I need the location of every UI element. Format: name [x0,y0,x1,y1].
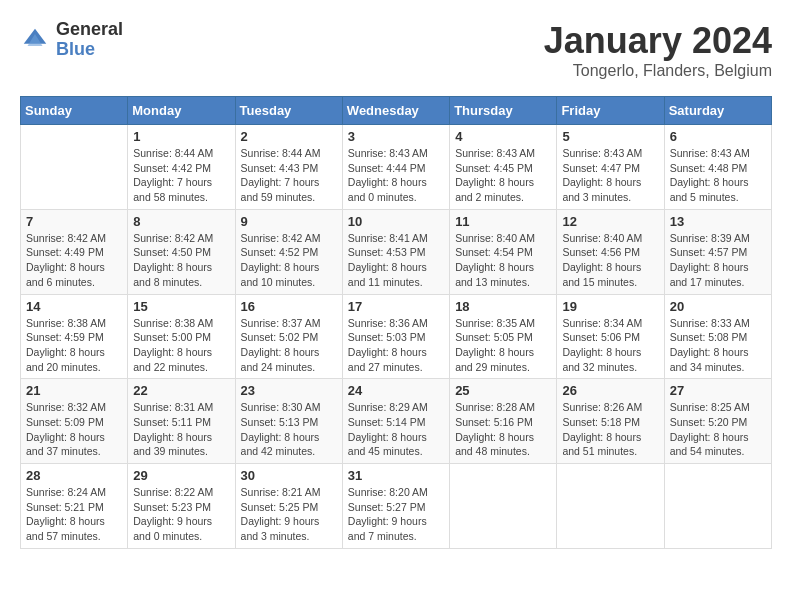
calendar-cell: 6Sunrise: 8:43 AM Sunset: 4:48 PM Daylig… [664,125,771,210]
calendar-week-row: 1Sunrise: 8:44 AM Sunset: 4:42 PM Daylig… [21,125,772,210]
day-info: Sunrise: 8:21 AM Sunset: 5:25 PM Dayligh… [241,485,337,544]
logo-blue-text: Blue [56,40,123,60]
day-number: 1 [133,129,229,144]
location: Tongerlo, Flanders, Belgium [544,62,772,80]
day-info: Sunrise: 8:39 AM Sunset: 4:57 PM Dayligh… [670,231,766,290]
day-number: 8 [133,214,229,229]
day-number: 14 [26,299,122,314]
day-info: Sunrise: 8:30 AM Sunset: 5:13 PM Dayligh… [241,400,337,459]
calendar-week-row: 7Sunrise: 8:42 AM Sunset: 4:49 PM Daylig… [21,209,772,294]
day-info: Sunrise: 8:28 AM Sunset: 5:16 PM Dayligh… [455,400,551,459]
day-of-week-header: Saturday [664,97,771,125]
day-info: Sunrise: 8:40 AM Sunset: 4:56 PM Dayligh… [562,231,658,290]
day-number: 27 [670,383,766,398]
day-info: Sunrise: 8:40 AM Sunset: 4:54 PM Dayligh… [455,231,551,290]
day-info: Sunrise: 8:33 AM Sunset: 5:08 PM Dayligh… [670,316,766,375]
day-info: Sunrise: 8:20 AM Sunset: 5:27 PM Dayligh… [348,485,444,544]
calendar-cell [664,464,771,549]
day-number: 3 [348,129,444,144]
day-number: 20 [670,299,766,314]
calendar-week-row: 21Sunrise: 8:32 AM Sunset: 5:09 PM Dayli… [21,379,772,464]
logo-text: General Blue [56,20,123,60]
day-info: Sunrise: 8:38 AM Sunset: 5:00 PM Dayligh… [133,316,229,375]
day-number: 17 [348,299,444,314]
calendar-cell [557,464,664,549]
day-number: 24 [348,383,444,398]
calendar-cell: 15Sunrise: 8:38 AM Sunset: 5:00 PM Dayli… [128,294,235,379]
calendar-cell: 21Sunrise: 8:32 AM Sunset: 5:09 PM Dayli… [21,379,128,464]
day-of-week-header: Wednesday [342,97,449,125]
calendar-cell: 19Sunrise: 8:34 AM Sunset: 5:06 PM Dayli… [557,294,664,379]
day-number: 30 [241,468,337,483]
logo-general-text: General [56,20,123,40]
day-info: Sunrise: 8:44 AM Sunset: 4:42 PM Dayligh… [133,146,229,205]
day-number: 28 [26,468,122,483]
calendar-cell: 29Sunrise: 8:22 AM Sunset: 5:23 PM Dayli… [128,464,235,549]
day-info: Sunrise: 8:42 AM Sunset: 4:52 PM Dayligh… [241,231,337,290]
day-number: 10 [348,214,444,229]
calendar-cell: 18Sunrise: 8:35 AM Sunset: 5:05 PM Dayli… [450,294,557,379]
day-info: Sunrise: 8:38 AM Sunset: 4:59 PM Dayligh… [26,316,122,375]
day-number: 25 [455,383,551,398]
day-info: Sunrise: 8:42 AM Sunset: 4:50 PM Dayligh… [133,231,229,290]
month-title: January 2024 [544,20,772,62]
calendar-cell: 13Sunrise: 8:39 AM Sunset: 4:57 PM Dayli… [664,209,771,294]
day-number: 29 [133,468,229,483]
page-header: General Blue January 2024 Tongerlo, Flan… [20,20,772,80]
day-number: 7 [26,214,122,229]
day-info: Sunrise: 8:43 AM Sunset: 4:45 PM Dayligh… [455,146,551,205]
calendar-cell: 24Sunrise: 8:29 AM Sunset: 5:14 PM Dayli… [342,379,449,464]
day-info: Sunrise: 8:24 AM Sunset: 5:21 PM Dayligh… [26,485,122,544]
logo: General Blue [20,20,123,60]
day-of-week-header: Friday [557,97,664,125]
day-of-week-header: Sunday [21,97,128,125]
calendar-cell: 23Sunrise: 8:30 AM Sunset: 5:13 PM Dayli… [235,379,342,464]
calendar-cell: 1Sunrise: 8:44 AM Sunset: 4:42 PM Daylig… [128,125,235,210]
calendar-header-row: SundayMondayTuesdayWednesdayThursdayFrid… [21,97,772,125]
day-number: 12 [562,214,658,229]
calendar-cell [21,125,128,210]
day-number: 26 [562,383,658,398]
day-info: Sunrise: 8:31 AM Sunset: 5:11 PM Dayligh… [133,400,229,459]
day-of-week-header: Tuesday [235,97,342,125]
day-info: Sunrise: 8:35 AM Sunset: 5:05 PM Dayligh… [455,316,551,375]
day-number: 6 [670,129,766,144]
day-info: Sunrise: 8:37 AM Sunset: 5:02 PM Dayligh… [241,316,337,375]
calendar-cell: 7Sunrise: 8:42 AM Sunset: 4:49 PM Daylig… [21,209,128,294]
day-info: Sunrise: 8:43 AM Sunset: 4:48 PM Dayligh… [670,146,766,205]
day-info: Sunrise: 8:22 AM Sunset: 5:23 PM Dayligh… [133,485,229,544]
calendar-cell: 11Sunrise: 8:40 AM Sunset: 4:54 PM Dayli… [450,209,557,294]
logo-icon [20,25,50,55]
day-number: 18 [455,299,551,314]
day-number: 31 [348,468,444,483]
calendar-table: SundayMondayTuesdayWednesdayThursdayFrid… [20,96,772,549]
calendar-cell: 25Sunrise: 8:28 AM Sunset: 5:16 PM Dayli… [450,379,557,464]
calendar-cell: 22Sunrise: 8:31 AM Sunset: 5:11 PM Dayli… [128,379,235,464]
day-of-week-header: Monday [128,97,235,125]
calendar-cell: 20Sunrise: 8:33 AM Sunset: 5:08 PM Dayli… [664,294,771,379]
day-number: 21 [26,383,122,398]
day-info: Sunrise: 8:34 AM Sunset: 5:06 PM Dayligh… [562,316,658,375]
day-number: 4 [455,129,551,144]
day-info: Sunrise: 8:32 AM Sunset: 5:09 PM Dayligh… [26,400,122,459]
day-number: 16 [241,299,337,314]
calendar-cell: 5Sunrise: 8:43 AM Sunset: 4:47 PM Daylig… [557,125,664,210]
calendar-cell: 3Sunrise: 8:43 AM Sunset: 4:44 PM Daylig… [342,125,449,210]
calendar-cell: 10Sunrise: 8:41 AM Sunset: 4:53 PM Dayli… [342,209,449,294]
calendar-cell [450,464,557,549]
day-number: 2 [241,129,337,144]
calendar-cell: 12Sunrise: 8:40 AM Sunset: 4:56 PM Dayli… [557,209,664,294]
day-number: 22 [133,383,229,398]
calendar-cell: 26Sunrise: 8:26 AM Sunset: 5:18 PM Dayli… [557,379,664,464]
day-info: Sunrise: 8:36 AM Sunset: 5:03 PM Dayligh… [348,316,444,375]
day-number: 9 [241,214,337,229]
calendar-cell: 27Sunrise: 8:25 AM Sunset: 5:20 PM Dayli… [664,379,771,464]
calendar-cell: 2Sunrise: 8:44 AM Sunset: 4:43 PM Daylig… [235,125,342,210]
day-info: Sunrise: 8:42 AM Sunset: 4:49 PM Dayligh… [26,231,122,290]
day-number: 11 [455,214,551,229]
calendar-cell: 31Sunrise: 8:20 AM Sunset: 5:27 PM Dayli… [342,464,449,549]
day-number: 19 [562,299,658,314]
day-info: Sunrise: 8:43 AM Sunset: 4:44 PM Dayligh… [348,146,444,205]
calendar-cell: 16Sunrise: 8:37 AM Sunset: 5:02 PM Dayli… [235,294,342,379]
day-info: Sunrise: 8:41 AM Sunset: 4:53 PM Dayligh… [348,231,444,290]
